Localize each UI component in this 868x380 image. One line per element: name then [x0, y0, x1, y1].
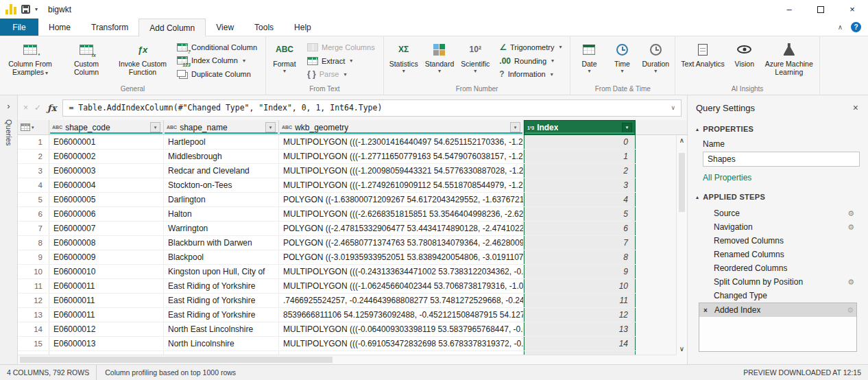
cell-wkb-geometry[interactable]: MULTIPOLYGON (((-1.27492610909112 54.551… [279, 178, 524, 192]
queries-pane-collapsed[interactable]: › Queries [0, 95, 18, 364]
cell-shape-code[interactable]: E06000012 [49, 322, 164, 336]
cell-index[interactable]: 12 [524, 308, 636, 322]
cell-shape-name[interactable]: North East Lincolnshire [164, 322, 279, 336]
horizontal-scroll-thumb[interactable] [20, 357, 333, 363]
azure-machine-learning-button[interactable]: Azure Machine Learning [762, 38, 817, 84]
filter-icon[interactable]: ▾ [150, 122, 160, 132]
column-header-shape-name[interactable]: ABC shape_name ▾ [164, 120, 279, 135]
cell-shape-name[interactable]: Redcar and Cleveland [164, 164, 279, 178]
cell-index[interactable]: 11 [524, 294, 636, 307]
cell-index[interactable]: 3 [524, 178, 636, 192]
column-header-wkb-geometry[interactable]: ABC wkb_geometry ▾ [279, 120, 524, 135]
step-settings-gear-icon[interactable]: ⚙ [847, 209, 854, 218]
cell-wkb-geometry[interactable]: POLYGON ((-3.01935933952051 53.838942005… [279, 250, 524, 264]
parse-button[interactable]: { } Parse ▾ [303, 69, 350, 80]
custom-column-button[interactable]: fx Custom Column [59, 38, 114, 84]
row-number[interactable]: 14 [18, 322, 49, 336]
delete-step-icon[interactable]: × [703, 307, 714, 314]
cell-index[interactable]: 5 [524, 207, 636, 221]
cell-shape-name[interactable]: North Lincolnshire [164, 337, 279, 351]
status-profiling-note[interactable]: Column profiling based on top 1000 rows [97, 368, 244, 377]
row-number[interactable]: 2 [18, 150, 49, 163]
cell-index[interactable]: 0 [524, 135, 636, 149]
cell-shape-name[interactable]: Blackburn with Darwen [164, 236, 279, 250]
rounding-button[interactable]: .00 Rounding ▾ [495, 56, 558, 67]
save-icon[interactable] [21, 5, 30, 14]
cell-wkb-geometry[interactable]: POLYGON ((-2.47815332906477 53.443417489… [279, 222, 524, 235]
cell-shape-code[interactable]: E06000008 [49, 236, 164, 250]
row-number[interactable]: 8 [18, 236, 49, 250]
applied-step[interactable]: Navigation⚙ [699, 220, 857, 234]
cell-shape-name[interactable]: East Riding of Yorkshire [164, 294, 279, 307]
minimize-button[interactable]: – [773, 0, 805, 19]
cell-index[interactable]: 6 [524, 222, 636, 235]
date-button[interactable]: Date▾ [573, 38, 605, 84]
information-button[interactable]: ? Information ▾ [495, 69, 557, 80]
row-number[interactable]: 3 [18, 164, 49, 178]
cell-wkb-geometry[interactable]: 8539666811106 54.1259736092488, -0.45212… [279, 308, 524, 322]
cell-shape-code[interactable]: E06000013 [49, 337, 164, 351]
formula-input[interactable]: = Table.AddIndexColumn(#"Changed Type", … [62, 99, 682, 117]
standard-button[interactable]: Standard▾ [422, 38, 457, 84]
cell-shape-code[interactable]: E06000010 [49, 265, 164, 278]
vertical-scroll-thumb[interactable] [679, 153, 685, 212]
row-number[interactable]: 12 [18, 294, 49, 307]
cell-shape-name[interactable]: Middlesbrough [164, 150, 279, 163]
cell-shape-code[interactable]: E06000011 [49, 308, 164, 322]
expand-queries-icon[interactable]: › [7, 101, 10, 111]
cell-shape-name[interactable]: Darlington [164, 193, 279, 206]
close-button[interactable]: × [836, 0, 868, 19]
filter-icon[interactable]: ▾ [510, 122, 520, 132]
applied-step[interactable]: Renamed Columns [699, 248, 857, 261]
step-settings-gear-icon[interactable]: ⚙ [847, 223, 854, 232]
cell-wkb-geometry[interactable]: .7466925524257, -0.244643968808277 53.74… [279, 294, 524, 307]
cell-wkb-geometry[interactable]: MULTIPOLYGON (((-0.691053472832698 53.67… [279, 337, 524, 351]
applied-step[interactable]: ×Added Index⚙ [699, 303, 856, 317]
cell-shape-code[interactable]: E06000001 [49, 135, 164, 149]
scientific-button[interactable]: 10² Scientific▾ [458, 38, 492, 84]
format-button[interactable]: ABC Format▾ [269, 38, 300, 84]
cell-wkb-geometry[interactable]: POLYGON ((-1.63800071209267 54.617204342… [279, 193, 524, 206]
duration-button[interactable]: Duration▾ [639, 38, 672, 84]
trigonometry-button[interactable]: ∠ Trigonometry ▾ [495, 42, 566, 53]
conditional-column-button[interactable]: ? Conditional Column [173, 42, 261, 53]
cell-index[interactable]: 1 [524, 150, 636, 163]
cell-index[interactable]: 10 [524, 279, 636, 293]
cell-index[interactable]: 13 [524, 322, 636, 336]
cell-index[interactable]: 14 [524, 337, 636, 351]
index-column-button[interactable]: 123 Index Column ▾ [173, 55, 250, 66]
row-number[interactable]: 1 [18, 135, 49, 149]
applied-step[interactable]: Removed Columns [699, 234, 857, 248]
tab-view[interactable]: View [206, 19, 244, 36]
row-number[interactable]: 4 [18, 178, 49, 192]
filter-icon[interactable]: ▾ [265, 122, 276, 132]
cell-index[interactable]: 9 [524, 265, 636, 278]
row-number[interactable]: 11 [18, 279, 49, 293]
cell-shape-name[interactable]: Hartlepool [164, 135, 279, 149]
cell-shape-name[interactable]: Blackpool [164, 250, 279, 264]
tab-help[interactable]: Help [284, 19, 322, 36]
cell-shape-name[interactable]: East Riding of Yorkshire [164, 279, 279, 293]
tab-file[interactable]: File [0, 19, 38, 36]
tab-transform[interactable]: Transform [81, 19, 138, 36]
duplicate-column-button[interactable]: Duplicate Column [173, 69, 255, 80]
formula-commit-icon[interactable]: ✓ [34, 103, 41, 112]
cell-index[interactable]: 4 [524, 193, 636, 206]
row-number[interactable]: 15 [18, 337, 49, 351]
all-properties-link[interactable]: All Properties [688, 171, 868, 188]
column-from-examples-button[interactable]: * Column From Examples▾ [3, 38, 58, 84]
applied-step[interactable]: Reordered Columns [699, 261, 857, 275]
cell-wkb-geometry[interactable]: POLYGON ((-2.46580771374763 53.780813407… [279, 236, 524, 250]
formula-expand-icon[interactable]: ∨ [671, 104, 675, 111]
cell-shape-code[interactable]: E06000006 [49, 207, 164, 221]
cell-shape-code[interactable]: E06000011 [49, 294, 164, 307]
scroll-down-icon[interactable]: ∨ [679, 346, 684, 353]
text-analytics-button[interactable]: Text Analytics [678, 38, 727, 84]
row-number[interactable]: 13 [18, 308, 49, 322]
query-name-input[interactable]: Shapes [703, 152, 860, 167]
time-button[interactable]: Time▾ [606, 38, 638, 84]
table-menu-icon[interactable]: ▾ [32, 125, 34, 130]
vision-button[interactable]: Vision [729, 38, 760, 84]
cell-shape-code[interactable]: E06000004 [49, 178, 164, 192]
extract-button[interactable]: Extract ▾ [303, 56, 357, 67]
